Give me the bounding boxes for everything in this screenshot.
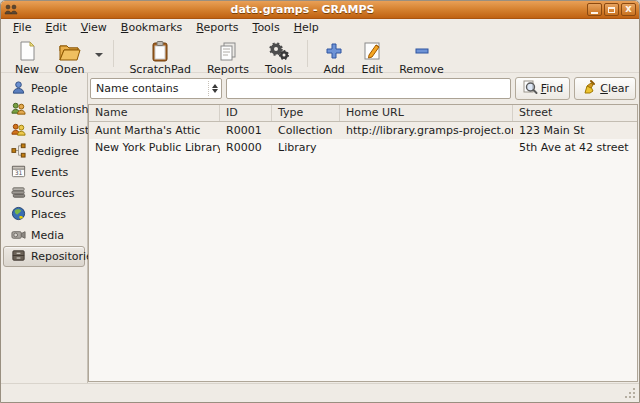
column-header-id[interactable]: ID <box>220 105 272 121</box>
toolbar-separator <box>307 40 308 67</box>
open-folder-icon <box>58 40 82 62</box>
window-title: data.gramps - GRAMPS <box>18 3 587 16</box>
status-bar <box>1 383 639 402</box>
sidebar-item-label: Sources <box>31 187 75 200</box>
new-document-icon <box>16 40 38 62</box>
cell-id: R0001 <box>220 124 272 137</box>
sidebar-item-sources[interactable]: Sources <box>3 183 85 204</box>
svg-text:31: 31 <box>15 168 23 175</box>
content-area: People Relationships Family List Pedigre… <box>1 73 639 383</box>
window-menu-icon[interactable] <box>4 3 18 16</box>
cell-type: Collection <box>272 124 340 137</box>
media-camera-icon <box>11 227 26 245</box>
cell-street: 5th Ave at 42 street <box>513 141 637 154</box>
edit-button[interactable]: Edit <box>353 37 391 72</box>
sidebar-item-label: Pedigree <box>31 145 79 158</box>
cell-type: Library <box>272 141 340 154</box>
cell-id: R0000 <box>220 141 272 154</box>
sidebar-item-label: Media <box>31 229 64 242</box>
books-icon <box>11 185 26 203</box>
close-button[interactable]: x <box>621 3 636 16</box>
maximize-icon <box>608 7 615 13</box>
sidebar-item-label: Places <box>31 208 66 221</box>
relationships-icon <box>11 101 26 119</box>
find-button[interactable]: Find <box>515 77 571 100</box>
cell-home-url: http://library.gramps-project.org <box>340 124 513 137</box>
column-header-home-url[interactable]: Home URL <box>340 105 513 121</box>
close-icon: x <box>625 4 631 14</box>
person-icon <box>11 80 26 98</box>
family-icon <box>11 122 26 140</box>
cell-name: Aunt Martha's Attic <box>89 124 220 137</box>
column-header-name[interactable]: Name <box>89 105 220 121</box>
globe-icon <box>11 206 26 224</box>
sidebar-item-events[interactable]: 31 Events <box>3 162 85 183</box>
clear-broom-icon <box>581 79 597 98</box>
chevron-down-icon <box>95 53 103 57</box>
reports-button[interactable]: Reports <box>199 37 257 72</box>
sidebar-item-repositories[interactable]: Repositories <box>3 246 85 267</box>
repositories-view: Name contains Find Clear Nam <box>88 73 639 383</box>
scratchpad-button[interactable]: ScratchPad <box>121 37 199 72</box>
maximize-button[interactable] <box>604 3 619 16</box>
repository-cabinet-icon <box>11 248 26 266</box>
table-header: Name ID Type Home URL Street <box>89 105 637 122</box>
cell-street: 123 Main St <box>513 124 637 137</box>
titlebar: data.gramps - GRAMPS x <box>1 1 639 19</box>
menubar: File Edit View Bookmarks Reports Tools H… <box>1 19 639 36</box>
remove-minus-icon <box>411 40 433 62</box>
filter-search-input[interactable] <box>226 78 511 99</box>
toolbar: New Open ScratchPad Reports <box>1 36 639 73</box>
menu-reports[interactable]: Reports <box>189 20 245 35</box>
filter-field-value: Name contains <box>96 82 208 95</box>
menu-view[interactable]: View <box>74 20 114 35</box>
open-button[interactable]: Open <box>47 37 92 72</box>
combo-spinner-icon <box>208 81 218 96</box>
menu-help[interactable]: Help <box>287 20 326 35</box>
table-row[interactable]: New York Public Library R0000 Library 5t… <box>89 139 637 156</box>
sidebar-item-label: Events <box>31 166 68 179</box>
menu-tools[interactable]: Tools <box>246 20 287 35</box>
sidebar-item-relationships[interactable]: Relationships <box>3 99 85 120</box>
filter-bar: Name contains Find Clear <box>88 73 639 104</box>
toolbar-separator <box>113 40 114 67</box>
sidebar-item-label: Family List <box>31 124 89 137</box>
sidebar-item-places[interactable]: Places <box>3 204 85 225</box>
minimize-icon <box>591 12 598 14</box>
pedigree-tree-icon <box>11 143 26 161</box>
find-magnifier-icon <box>522 79 538 98</box>
table-row[interactable]: Aunt Martha's Attic R0001 Collection htt… <box>89 122 637 139</box>
add-plus-icon <box>323 40 345 62</box>
repositories-table: Name ID Type Home URL Street Aunt Martha… <box>88 104 638 382</box>
column-header-street[interactable]: Street <box>513 105 637 121</box>
menu-bookmarks[interactable]: Bookmarks <box>114 20 189 35</box>
remove-button[interactable]: Remove <box>391 37 452 72</box>
menu-file[interactable]: File <box>6 20 38 35</box>
clear-button[interactable]: Clear <box>574 77 636 100</box>
menu-edit[interactable]: Edit <box>38 20 73 35</box>
column-header-type[interactable]: Type <box>272 105 340 121</box>
cell-name: New York Public Library <box>89 141 220 154</box>
scratchpad-clipboard-icon <box>149 40 171 62</box>
clear-button-label: Clear <box>600 82 629 95</box>
resize-grip[interactable] <box>624 387 637 400</box>
sidebar-item-people[interactable]: People <box>3 78 85 99</box>
reports-document-icon <box>217 40 239 62</box>
gramps-window: data.gramps - GRAMPS x File Edit View Bo… <box>0 0 640 403</box>
minimize-button[interactable] <box>587 3 602 16</box>
edit-pencil-icon <box>361 40 383 62</box>
add-button[interactable]: Add <box>315 37 353 72</box>
calendar-icon: 31 <box>11 164 26 182</box>
tools-button[interactable]: Tools <box>257 37 300 72</box>
sidebar-item-label: People <box>31 82 68 95</box>
open-dropdown-button[interactable] <box>92 37 106 72</box>
sidebar-item-media[interactable]: Media <box>3 225 85 246</box>
tools-gears-icon <box>268 40 290 62</box>
sidebar-item-pedigree[interactable]: Pedigree <box>3 141 85 162</box>
filter-field-select[interactable]: Name contains <box>90 78 222 99</box>
sidebar-item-family-list[interactable]: Family List <box>3 120 85 141</box>
new-button[interactable]: New <box>7 37 47 72</box>
category-sidebar: People Relationships Family List Pedigre… <box>1 73 88 383</box>
find-button-label: Find <box>541 82 564 95</box>
